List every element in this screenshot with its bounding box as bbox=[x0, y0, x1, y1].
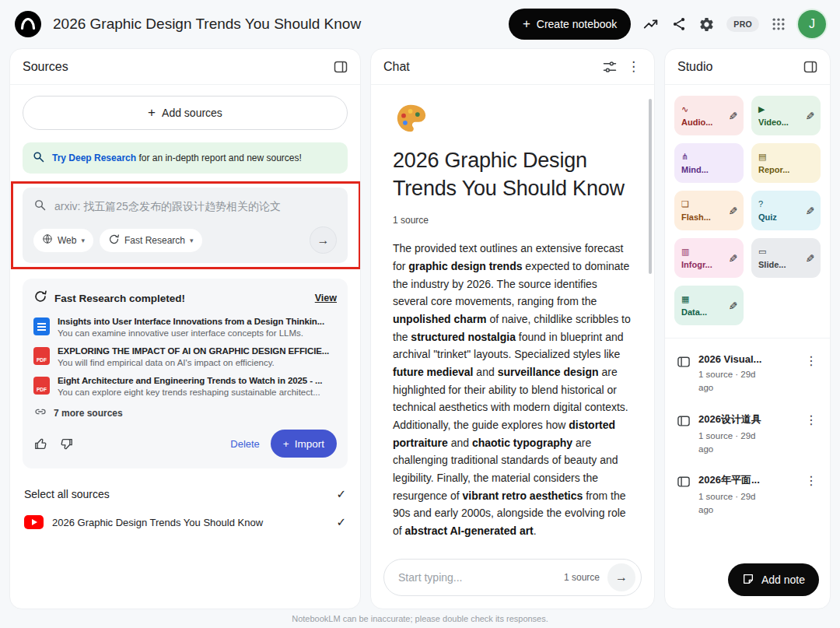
add-sources-label: Add sources bbox=[162, 107, 222, 119]
artifact-icon bbox=[676, 354, 691, 373]
studio-artifact-item[interactable]: 2026设计道具 1 source · 29d ago ⋮ bbox=[670, 404, 825, 465]
send-button[interactable]: → bbox=[607, 563, 635, 591]
research-source-item[interactable]: Insights into User Interface Innovations… bbox=[33, 317, 337, 338]
note-icon bbox=[742, 573, 754, 588]
source-list-item[interactable]: 2026 Graphic Design Trends You Should Kn… bbox=[10, 509, 360, 535]
top-header: 2026 Graphic Design Trends You Should Kn… bbox=[0, 0, 840, 48]
edit-pencil-icon[interactable]: ✎ bbox=[803, 254, 816, 263]
youtube-icon bbox=[24, 515, 44, 529]
chat-notebook-title: 2026 Graphic Design Trends You Should Kn… bbox=[393, 147, 626, 202]
chevron-down-icon: ▾ bbox=[81, 237, 85, 244]
tune-settings-icon[interactable] bbox=[602, 59, 618, 75]
globe-icon bbox=[42, 233, 53, 247]
collapse-panel-icon[interactable] bbox=[334, 60, 348, 74]
edit-pencil-icon[interactable]: ✎ bbox=[726, 301, 739, 310]
research-mode-chip[interactable]: Fast Research ▾ bbox=[100, 229, 202, 252]
studio-button-slides[interactable]: ▭ Slide... ✎ bbox=[751, 238, 821, 278]
notebook-title: 2026 Graphic Design Trends You Should Kn… bbox=[53, 16, 509, 33]
edit-pencil-icon[interactable]: ✎ bbox=[726, 206, 739, 216]
deep-research-text: Try Deep Research for an in-depth report… bbox=[52, 153, 302, 163]
notebooklm-app: 2026 Graphic Design Trends You Should Kn… bbox=[0, 0, 840, 628]
apps-grid-icon[interactable] bbox=[771, 16, 786, 32]
edit-pencil-icon[interactable]: ✎ bbox=[726, 254, 739, 263]
disclaimer-text: NotebookLM can be inaccurate; please dou… bbox=[0, 609, 840, 628]
chat-input-source-count: 1 source bbox=[564, 572, 600, 583]
notebooklm-logo[interactable] bbox=[14, 10, 42, 38]
select-all-label: Select all sources bbox=[24, 488, 110, 500]
research-status-text: Fast Research completed! bbox=[54, 293, 308, 304]
source-search-box[interactable]: arxiv: 找五篇25念发布的跟设计趋势相关的论文 Web ▾ bbox=[23, 188, 348, 263]
pdf-source-icon bbox=[33, 347, 50, 365]
import-button[interactable]: + Import bbox=[271, 430, 337, 458]
research-source-item[interactable]: Eight Architecture and Engineering Trend… bbox=[33, 376, 337, 397]
chat-summary-paragraph: The provided text outlines an extensive … bbox=[393, 240, 632, 539]
submit-search-button[interactable]: → bbox=[310, 226, 337, 254]
artifact-title: 2026设计道具 bbox=[698, 412, 796, 426]
artifact-meta: 1 source · 29d ago bbox=[698, 490, 770, 517]
edit-pencil-icon[interactable]: ✎ bbox=[726, 111, 739, 121]
studio-button-quiz[interactable]: ? Quiz ✎ bbox=[751, 191, 821, 230]
try-deep-research-link[interactable]: Try Deep Research bbox=[52, 153, 136, 163]
studio-panel: Studio ∿ Audio... ✎ ▶ Video... ✎ ⋔ Mind.… bbox=[664, 48, 831, 609]
source-title: Eight Architecture and Engineering Trend… bbox=[58, 376, 337, 385]
link-icon bbox=[34, 405, 47, 420]
chat-source-count: 1 source bbox=[393, 215, 632, 226]
studio-artifact-item[interactable]: 2026年平面... 1 source · 29d ago ⋮ bbox=[670, 465, 825, 526]
studio-panel-title: Studio bbox=[677, 60, 796, 74]
search-input[interactable]: arxiv: 找五篇25念发布的跟设计趋势相关的论文 bbox=[54, 200, 337, 214]
chat-content: 2026 Graphic Design Trends You Should Kn… bbox=[371, 85, 654, 549]
user-avatar[interactable]: J bbox=[798, 10, 826, 38]
add-sources-button[interactable]: + Add sources bbox=[23, 96, 348, 130]
more-options-icon[interactable]: ⋮ bbox=[625, 58, 642, 75]
source-description: You can examine innovative user interfac… bbox=[58, 328, 337, 338]
more-sources-row[interactable]: 7 more sources bbox=[34, 405, 337, 420]
studio-button-infographic[interactable]: ▥ Infogr... ✎ bbox=[674, 238, 744, 278]
mind-map-icon: ⋔ bbox=[681, 153, 737, 161]
more-options-icon[interactable]: ⋮ bbox=[803, 353, 819, 368]
search-area: arxiv: 找五篇25念发布的跟设计趋势相关的论文 Web ▾ bbox=[23, 188, 348, 263]
source-title: Insights into User Interface Innovations… bbox=[58, 317, 337, 326]
edit-pencil-icon[interactable]: ✎ bbox=[803, 206, 816, 216]
studio-button-flashcards[interactable]: ❏ Flash... ✎ bbox=[674, 191, 744, 230]
select-all-row[interactable]: Select all sources ✓ bbox=[10, 476, 360, 509]
fast-research-icon bbox=[108, 233, 120, 247]
source-title: EXPLORING THE IMPACT OF AI ON GRAPHIC DE… bbox=[58, 346, 337, 356]
main-columns: Sources + Add sources Try Deep Research … bbox=[0, 48, 840, 609]
more-options-icon[interactable]: ⋮ bbox=[803, 473, 819, 488]
add-note-label: Add note bbox=[761, 574, 805, 586]
delete-button[interactable]: Delete bbox=[230, 438, 260, 450]
chevron-down-icon: ▾ bbox=[190, 237, 194, 244]
artifact-meta: 1 source · 29d ago bbox=[698, 430, 770, 457]
edit-pencil-icon[interactable]: ✎ bbox=[803, 111, 816, 121]
create-notebook-button[interactable]: + Create notebook bbox=[509, 9, 631, 40]
plus-icon: + bbox=[148, 105, 156, 121]
add-note-button[interactable]: Add note bbox=[728, 563, 819, 596]
search-icon bbox=[33, 198, 47, 215]
chat-panel-title: Chat bbox=[383, 60, 594, 74]
collapse-panel-icon[interactable] bbox=[803, 60, 817, 74]
deep-research-banner: Try Deep Research for an in-depth report… bbox=[23, 142, 348, 174]
checkbox-checked-icon[interactable]: ✓ bbox=[336, 515, 346, 529]
sources-panel-title: Sources bbox=[23, 60, 326, 74]
research-source-item[interactable]: EXPLORING THE IMPACT OF AI ON GRAPHIC DE… bbox=[33, 346, 337, 367]
studio-button-video[interactable]: ▶ Video... ✎ bbox=[751, 96, 821, 135]
studio-panel-header: Studio bbox=[665, 49, 830, 85]
studio-artifact-item[interactable]: 2026 Visual... 1 source · 29d ago ⋮ bbox=[670, 345, 825, 404]
studio-button-audio[interactable]: ∿ Audio... ✎ bbox=[674, 96, 744, 135]
palette-icon bbox=[393, 100, 632, 139]
share-icon[interactable] bbox=[671, 16, 687, 32]
web-scope-chip[interactable]: Web ▾ bbox=[33, 229, 93, 252]
settings-gear-icon[interactable] bbox=[698, 16, 715, 33]
studio-button-mindmap[interactable]: ⋔ Mind... ✎ bbox=[674, 143, 744, 183]
analytics-icon[interactable] bbox=[642, 16, 660, 33]
view-link[interactable]: View bbox=[315, 293, 337, 303]
checkbox-checked-icon[interactable]: ✓ bbox=[336, 487, 346, 501]
chat-input[interactable]: Start typing... 1 source → bbox=[383, 559, 642, 596]
scrollbar[interactable] bbox=[649, 99, 652, 274]
thumbs-up-icon[interactable] bbox=[33, 437, 48, 451]
sources-panel-header: Sources bbox=[10, 49, 360, 85]
studio-button-datatable[interactable]: ▦ Data... ✎ bbox=[674, 286, 744, 325]
studio-button-report[interactable]: ▤ Repor... ✎ bbox=[751, 143, 821, 183]
thumbs-down-icon[interactable] bbox=[59, 437, 74, 451]
more-options-icon[interactable]: ⋮ bbox=[803, 412, 819, 427]
